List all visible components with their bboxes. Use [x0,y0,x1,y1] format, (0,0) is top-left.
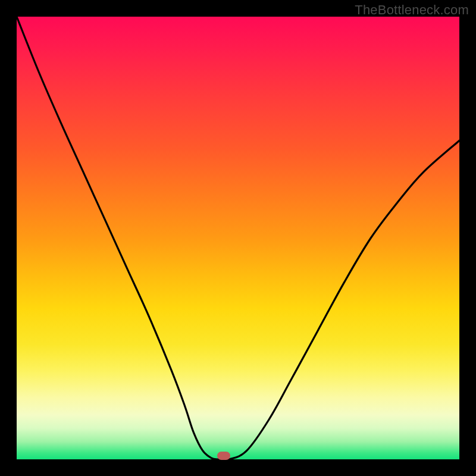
bottleneck-curve [17,17,459,459]
plot-area [17,17,459,459]
minimum-marker [217,452,230,460]
chart-frame: TheBottleneck.com [0,0,476,476]
watermark-text: TheBottleneck.com [355,2,469,18]
